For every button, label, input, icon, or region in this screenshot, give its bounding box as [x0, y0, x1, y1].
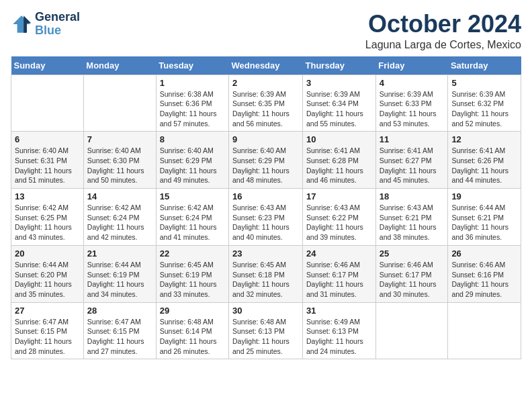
- location-title: Laguna Larga de Cortes, Mexico: [365, 39, 521, 51]
- calendar-cell: 7Sunrise: 6:40 AM Sunset: 6:30 PM Daylig…: [83, 132, 156, 189]
- day-info: Sunrise: 6:44 AM Sunset: 6:19 PM Dayligh…: [87, 260, 152, 300]
- weekday-header-thursday: Thursday: [303, 56, 376, 75]
- day-number: 11: [380, 134, 445, 144]
- calendar-table: SundayMondayTuesdayWednesdayThursdayFrid…: [11, 56, 521, 360]
- day-number: 21: [87, 248, 152, 259]
- day-info: Sunrise: 6:43 AM Sunset: 6:21 PM Dayligh…: [380, 203, 445, 242]
- calendar-week-5: 27Sunrise: 6:47 AM Sunset: 6:15 PM Dayli…: [11, 302, 521, 359]
- day-number: 14: [87, 191, 152, 201]
- calendar-cell: 24Sunrise: 6:46 AM Sunset: 6:17 PM Dayli…: [303, 245, 376, 302]
- calendar-cell: [448, 302, 521, 359]
- day-number: 10: [306, 134, 372, 144]
- calendar-cell: 1Sunrise: 6:38 AM Sunset: 6:36 PM Daylig…: [156, 75, 228, 132]
- day-number: 28: [87, 306, 152, 316]
- day-number: 16: [232, 191, 299, 201]
- calendar-cell: 19Sunrise: 6:44 AM Sunset: 6:21 PM Dayli…: [448, 189, 521, 246]
- calendar-cell: 12Sunrise: 6:41 AM Sunset: 6:26 PM Dayli…: [448, 132, 521, 189]
- weekday-header-sunday: Sunday: [11, 56, 84, 75]
- calendar-cell: [375, 302, 448, 359]
- day-number: 4: [380, 78, 445, 88]
- day-number: 23: [232, 248, 299, 259]
- calendar-cell: 15Sunrise: 6:42 AM Sunset: 6:24 PM Dayli…: [156, 189, 228, 246]
- weekday-header-wednesday: Wednesday: [229, 56, 303, 75]
- day-number: 31: [306, 306, 372, 316]
- title-block: October 2024 Laguna Larga de Cortes, Mex…: [365, 11, 521, 51]
- calendar-cell: 9Sunrise: 6:40 AM Sunset: 6:29 PM Daylig…: [229, 132, 303, 189]
- logo-line1: General: [35, 11, 80, 24]
- day-info: Sunrise: 6:40 AM Sunset: 6:29 PM Dayligh…: [160, 146, 225, 185]
- day-number: 18: [380, 191, 445, 201]
- calendar-cell: 11Sunrise: 6:41 AM Sunset: 6:27 PM Dayli…: [375, 132, 448, 189]
- day-number: 3: [306, 78, 372, 88]
- calendar-cell: 25Sunrise: 6:46 AM Sunset: 6:17 PM Dayli…: [375, 245, 448, 302]
- day-info: Sunrise: 6:42 AM Sunset: 6:24 PM Dayligh…: [87, 203, 152, 242]
- day-info: Sunrise: 6:40 AM Sunset: 6:31 PM Dayligh…: [15, 146, 80, 185]
- day-info: Sunrise: 6:46 AM Sunset: 6:16 PM Dayligh…: [451, 260, 517, 300]
- logo-icon: [11, 13, 32, 35]
- day-info: Sunrise: 6:44 AM Sunset: 6:21 PM Dayligh…: [451, 203, 517, 242]
- day-number: 26: [451, 248, 517, 259]
- calendar-cell: 21Sunrise: 6:44 AM Sunset: 6:19 PM Dayli…: [83, 245, 156, 302]
- calendar-cell: 28Sunrise: 6:47 AM Sunset: 6:15 PM Dayli…: [83, 302, 156, 359]
- day-number: 22: [160, 248, 225, 259]
- calendar-cell: [83, 75, 156, 132]
- day-info: Sunrise: 6:38 AM Sunset: 6:36 PM Dayligh…: [160, 89, 225, 129]
- calendar-cell: 8Sunrise: 6:40 AM Sunset: 6:29 PM Daylig…: [156, 132, 228, 189]
- weekday-header-tuesday: Tuesday: [156, 56, 228, 75]
- day-info: Sunrise: 6:47 AM Sunset: 6:15 PM Dayligh…: [15, 317, 80, 357]
- day-info: Sunrise: 6:42 AM Sunset: 6:25 PM Dayligh…: [15, 203, 80, 242]
- day-number: 29: [160, 306, 225, 316]
- day-info: Sunrise: 6:39 AM Sunset: 6:32 PM Dayligh…: [451, 89, 517, 129]
- day-info: Sunrise: 6:47 AM Sunset: 6:15 PM Dayligh…: [87, 317, 152, 357]
- logo-line2: Blue: [35, 24, 80, 38]
- day-info: Sunrise: 6:40 AM Sunset: 6:29 PM Dayligh…: [232, 146, 299, 185]
- weekday-header-monday: Monday: [83, 56, 156, 75]
- calendar-week-4: 20Sunrise: 6:44 AM Sunset: 6:20 PM Dayli…: [11, 245, 521, 302]
- calendar-cell: 26Sunrise: 6:46 AM Sunset: 6:16 PM Dayli…: [448, 245, 521, 302]
- day-info: Sunrise: 6:41 AM Sunset: 6:27 PM Dayligh…: [380, 146, 445, 185]
- day-number: 9: [232, 134, 299, 144]
- day-info: Sunrise: 6:42 AM Sunset: 6:24 PM Dayligh…: [160, 203, 225, 242]
- calendar-cell: 22Sunrise: 6:45 AM Sunset: 6:19 PM Dayli…: [156, 245, 228, 302]
- logo: General Blue: [11, 11, 80, 38]
- day-number: 6: [15, 134, 80, 144]
- calendar-cell: 31Sunrise: 6:49 AM Sunset: 6:13 PM Dayli…: [303, 302, 376, 359]
- day-info: Sunrise: 6:41 AM Sunset: 6:28 PM Dayligh…: [306, 146, 372, 185]
- day-info: Sunrise: 6:46 AM Sunset: 6:17 PM Dayligh…: [306, 260, 372, 300]
- calendar-week-2: 6Sunrise: 6:40 AM Sunset: 6:31 PM Daylig…: [11, 132, 521, 189]
- day-number: 2: [232, 78, 299, 88]
- calendar-cell: 2Sunrise: 6:39 AM Sunset: 6:35 PM Daylig…: [229, 75, 303, 132]
- weekday-header-row: SundayMondayTuesdayWednesdayThursdayFrid…: [11, 56, 521, 75]
- calendar-cell: 16Sunrise: 6:43 AM Sunset: 6:23 PM Dayli…: [229, 189, 303, 246]
- day-number: 20: [15, 248, 80, 259]
- calendar-cell: 17Sunrise: 6:43 AM Sunset: 6:22 PM Dayli…: [303, 189, 376, 246]
- weekday-header-saturday: Saturday: [448, 56, 521, 75]
- day-info: Sunrise: 6:48 AM Sunset: 6:13 PM Dayligh…: [232, 317, 299, 357]
- day-info: Sunrise: 6:45 AM Sunset: 6:18 PM Dayligh…: [232, 260, 299, 300]
- calendar-cell: 14Sunrise: 6:42 AM Sunset: 6:24 PM Dayli…: [83, 189, 156, 246]
- day-info: Sunrise: 6:45 AM Sunset: 6:19 PM Dayligh…: [160, 260, 225, 300]
- day-info: Sunrise: 6:39 AM Sunset: 6:35 PM Dayligh…: [232, 89, 299, 129]
- calendar-cell: 29Sunrise: 6:48 AM Sunset: 6:14 PM Dayli…: [156, 302, 228, 359]
- day-number: 19: [451, 191, 517, 201]
- calendar-cell: 18Sunrise: 6:43 AM Sunset: 6:21 PM Dayli…: [375, 189, 448, 246]
- day-number: 17: [306, 191, 372, 201]
- day-info: Sunrise: 6:48 AM Sunset: 6:14 PM Dayligh…: [160, 317, 225, 357]
- calendar-cell: 30Sunrise: 6:48 AM Sunset: 6:13 PM Dayli…: [229, 302, 303, 359]
- day-number: 5: [451, 78, 517, 88]
- calendar-cell: 3Sunrise: 6:39 AM Sunset: 6:34 PM Daylig…: [303, 75, 376, 132]
- day-number: 1: [160, 78, 225, 88]
- day-number: 8: [160, 134, 225, 144]
- calendar-cell: 13Sunrise: 6:42 AM Sunset: 6:25 PM Dayli…: [11, 189, 84, 246]
- calendar-cell: 20Sunrise: 6:44 AM Sunset: 6:20 PM Dayli…: [11, 245, 84, 302]
- day-number: 7: [87, 134, 152, 144]
- calendar-cell: 10Sunrise: 6:41 AM Sunset: 6:28 PM Dayli…: [303, 132, 376, 189]
- day-number: 12: [451, 134, 517, 144]
- calendar-cell: 6Sunrise: 6:40 AM Sunset: 6:31 PM Daylig…: [11, 132, 84, 189]
- calendar-cell: 5Sunrise: 6:39 AM Sunset: 6:32 PM Daylig…: [448, 75, 521, 132]
- day-number: 15: [160, 191, 225, 201]
- day-number: 27: [15, 306, 80, 316]
- calendar-week-1: 1Sunrise: 6:38 AM Sunset: 6:36 PM Daylig…: [11, 75, 521, 132]
- day-info: Sunrise: 6:43 AM Sunset: 6:23 PM Dayligh…: [232, 203, 299, 242]
- calendar-cell: 4Sunrise: 6:39 AM Sunset: 6:33 PM Daylig…: [375, 75, 448, 132]
